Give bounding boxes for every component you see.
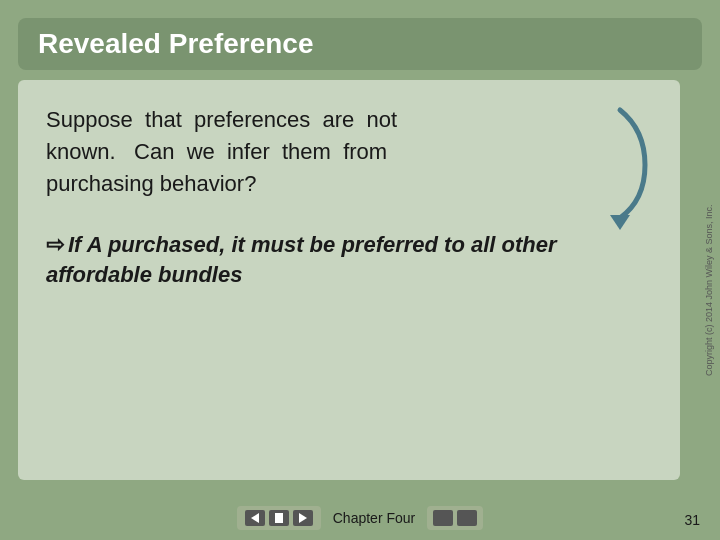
prev-button[interactable] [245,510,265,526]
curve-arrow-decoration [590,100,650,230]
help-icon[interactable] [457,510,477,526]
page-number: 31 [684,512,700,528]
svg-marker-0 [610,215,630,230]
footer-action-icons[interactable] [427,506,483,530]
slide-title: Revealed Preference [38,28,314,59]
copyright-text: Copyright (c) 2014 John Wiley & Sons, In… [704,100,714,480]
content-area: Suppose that preferences are not known. … [18,80,680,480]
bullet-content: If A purchased, it must be preferred to … [46,232,557,288]
navigation-controls[interactable] [237,506,321,530]
stop-icon [275,513,283,523]
bullet-text: ⇨If A purchased, it must be preferred to… [46,230,652,292]
slide-container: Revealed Preference Suppose that prefere… [0,0,720,540]
prev-icon [251,513,259,523]
footer: Chapter Four [18,506,702,530]
title-bar: Revealed Preference [18,18,702,70]
next-icon [299,513,307,523]
bullet-arrow-icon: ⇨ [46,232,64,257]
chapter-label: Chapter Four [333,510,415,526]
bullet-section: ⇨If A purchased, it must be preferred to… [46,230,652,292]
home-icon[interactable] [433,510,453,526]
stop-button[interactable] [269,510,289,526]
next-button[interactable] [293,510,313,526]
suppose-paragraph: Suppose that preferences are not known. … [46,104,652,200]
